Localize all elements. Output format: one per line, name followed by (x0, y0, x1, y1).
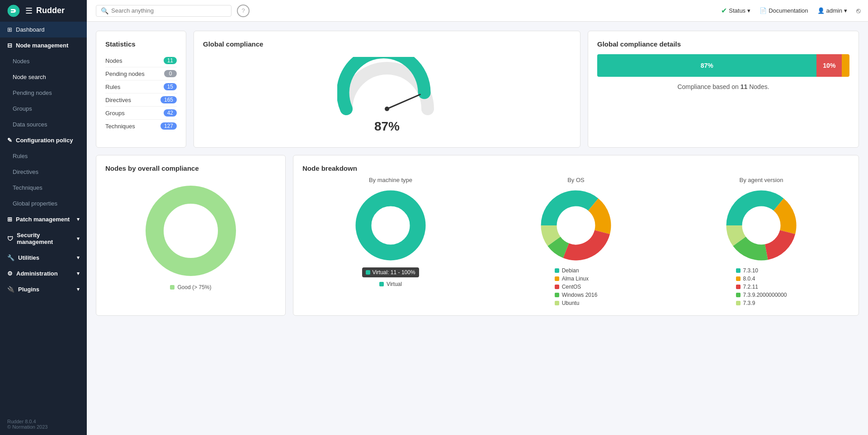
sidebar-patch-management-label: Patch management (16, 216, 70, 223)
sidebar-footer: Rudder 8.0.4 © Normation 2023 (0, 413, 87, 435)
admin-label: admin (826, 7, 842, 14)
sidebar-item-rules[interactable]: Rules (0, 148, 87, 164)
bar-red: 10% (816, 54, 842, 77)
legend-sq (736, 268, 741, 273)
legend-sq (736, 285, 741, 289)
sidebar-item-dashboard[interactable]: ⊞ Dashboard (0, 22, 87, 37)
breakdown-by-agent: By agent version 7.3.10 8.0.4 7.2.11 7.3… (723, 177, 800, 306)
stat-row: Techniques 127 (105, 120, 177, 132)
svg-point-8 (742, 206, 780, 244)
topnav: ☰ Rudder 🔍 ? ✔ Status ▾ 📄 Documentation … (0, 0, 868, 22)
legend-row: Windows 2016 (555, 292, 598, 298)
stat-badge: 42 (164, 109, 177, 117)
machine-type-donut (352, 187, 429, 264)
patch-management-chevron-icon: ▾ (77, 216, 80, 222)
compliance-subtitle-text: Compliance based on (677, 83, 738, 90)
sidebar-item-techniques[interactable]: Techniques (0, 180, 87, 196)
sidebar-item-node-search[interactable]: Node search (0, 69, 87, 85)
legend-label: Debian (562, 267, 579, 274)
global-compliance-card: Global compliance 87% (193, 31, 580, 148)
sidebar-dashboard-label: Dashboard (16, 26, 45, 33)
legend-row: Alma Linux (555, 276, 598, 282)
compliance-bar: 87% 10% (597, 54, 849, 77)
overall-compliance-card: Nodes by overall compliance Good (> 75%) (96, 155, 286, 316)
compliance-node-label: Nodes. (749, 83, 769, 90)
brand-name: Rudder (36, 6, 65, 15)
legend-row-virtual: Virtual (379, 281, 402, 287)
legend-label: 8.0.4 (743, 276, 755, 282)
legend-sq (555, 276, 559, 281)
breakdown-inner: By machine type Virtual: 11 - 100% (302, 177, 849, 306)
legend-label: 7.3.10 (743, 267, 758, 274)
sidebar-item-patch-management[interactable]: ⊞ Patch management ▾ (0, 211, 87, 227)
stat-row: Directives 165 (105, 94, 177, 107)
legend-sq (736, 293, 741, 297)
documentation-button[interactable]: 📄 Documentation (760, 7, 808, 14)
hamburger-icon[interactable]: ☰ (25, 6, 33, 16)
bottom-row: Nodes by overall compliance Good (> 75%)… (96, 155, 859, 316)
stat-label: Rules (105, 84, 120, 90)
svg-line-1 (387, 94, 420, 109)
compliance-details-card: Global compliance details 87% 10% Compli… (588, 31, 859, 148)
stat-badge: 0 (164, 70, 177, 77)
sidebar-pending-nodes-label: Pending nodes (13, 89, 52, 96)
admin-chevron-icon: ▾ (844, 7, 847, 14)
svg-point-2 (385, 107, 389, 111)
sidebar-item-plugins[interactable]: 🔌 Plugins ▾ (0, 281, 87, 297)
statistics-rows: Nodes 11Pending nodes 0Rules 15Directive… (105, 54, 177, 132)
admin-button[interactable]: 👤 admin ▾ (817, 7, 847, 14)
legend-label: Ubuntu (562, 300, 580, 306)
logout-button[interactable]: ⎋ (856, 7, 861, 15)
by-agent-legend: 7.3.10 8.0.4 7.2.11 7.3.9.2000000000 7.3… (736, 267, 787, 306)
stat-badge: 11 (164, 57, 177, 64)
sidebar-item-global-properties[interactable]: Global properties (0, 196, 87, 211)
legend-sq (736, 301, 741, 305)
plugins-icon: 🔌 (7, 286, 14, 293)
legend-row: Ubuntu (555, 300, 598, 306)
help-button[interactable]: ? (237, 5, 250, 17)
sidebar-plugins-label: Plugins (18, 286, 39, 293)
sidebar-techniques-label: Techniques (13, 184, 42, 191)
compliance-subtitle: Compliance based on 11 Nodes. (597, 83, 849, 90)
legend-sq (555, 268, 559, 273)
legend-row: 8.0.4 (736, 276, 787, 282)
overall-legend-dot (170, 285, 175, 290)
sidebar-item-nodes[interactable]: Nodes (0, 53, 87, 69)
sidebar-item-directives[interactable]: Directives (0, 164, 87, 180)
stat-label: Pending nodes (105, 70, 145, 77)
bar-teal-label: 87% (701, 62, 713, 69)
gauge-percent: 87% (374, 119, 400, 134)
svg-point-7 (557, 206, 595, 244)
overall-donut-wrap: Good (> 75%) (105, 177, 276, 295)
sidebar-item-groups[interactable]: Groups (0, 101, 87, 117)
tooltip-dot (366, 270, 370, 275)
search-input[interactable] (111, 7, 226, 14)
stat-badge: 127 (160, 122, 177, 130)
bar-orange (842, 54, 849, 77)
main-content: Statistics Nodes 11Pending nodes 0Rules … (87, 22, 868, 435)
machine-type-tooltip: Virtual: 11 - 100% (362, 267, 419, 277)
sidebar-item-administration[interactable]: ⚙ Administration ▾ (0, 266, 87, 281)
stat-label: Techniques (105, 123, 135, 130)
search-bar[interactable]: 🔍 (96, 5, 231, 17)
sidebar-item-pending-nodes[interactable]: Pending nodes (0, 85, 87, 101)
virtual-legend-label: Virtual (387, 281, 402, 287)
by-agent-label: By agent version (740, 177, 783, 183)
status-button[interactable]: ✔ Status ▾ (721, 6, 750, 15)
sidebar-item-security-management[interactable]: 🛡 Security management ▾ (0, 227, 87, 250)
sidebar-item-data-sources[interactable]: Data sources (0, 117, 87, 132)
sidebar-administration-label: Administration (16, 270, 58, 277)
copyright-label: © Normation 2023 (7, 424, 80, 430)
statistics-card: Statistics Nodes 11Pending nodes 0Rules … (96, 31, 186, 148)
brand: ☰ Rudder (0, 0, 87, 22)
overall-legend-label: Good (> 75%) (177, 284, 211, 290)
statistics-title: Statistics (105, 40, 177, 48)
sidebar-item-utilities[interactable]: 🔧 Utilities ▾ (0, 250, 87, 266)
by-agent-donut (723, 187, 800, 264)
sidebar-item-configuration-policy[interactable]: ✎ Configuration policy (0, 132, 87, 148)
sidebar-rules-label: Rules (13, 153, 28, 159)
gauge-chart (337, 57, 437, 116)
sidebar-item-node-management[interactable]: ⊟ Node management (0, 37, 87, 53)
breakdown-machine-type: By machine type Virtual: 11 - 100% (352, 177, 429, 306)
stat-badge: 15 (164, 83, 177, 90)
